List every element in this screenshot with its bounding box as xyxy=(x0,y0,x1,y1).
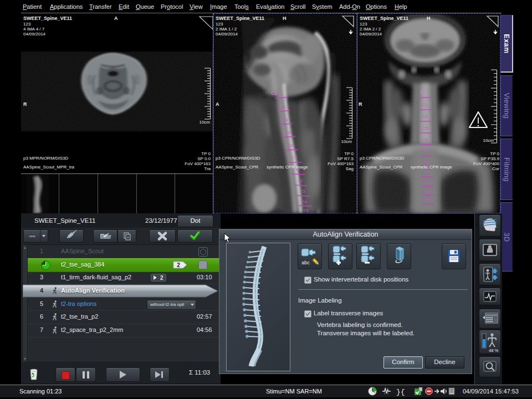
svg-text:}{: }{ xyxy=(396,388,405,396)
svg-text:2: 2 xyxy=(177,262,180,268)
svg-text:2: 2 xyxy=(160,275,163,281)
svg-text:48 %: 48 % xyxy=(489,348,498,353)
svg-text:abc: abc xyxy=(301,260,310,265)
svg-text:10cm: 10cm xyxy=(199,120,210,125)
